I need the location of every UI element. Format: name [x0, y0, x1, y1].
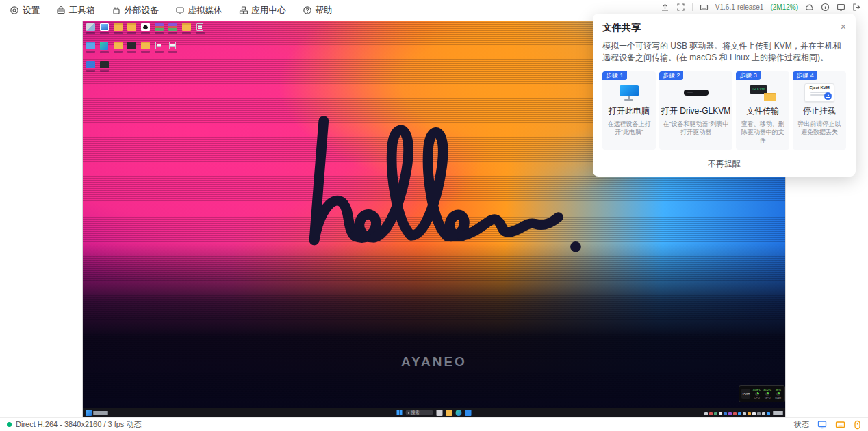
ram-gauge: 36% RAM — [774, 389, 782, 400]
glkvm-drive-label: GLKVM — [750, 85, 767, 94]
taskbar-clock[interactable] — [773, 410, 783, 415]
step-title: 打开此电脑 — [604, 105, 654, 117]
gauge-dial — [755, 392, 759, 396]
exit-icon[interactable] — [852, 3, 861, 12]
noise-level: 35dB — [741, 389, 750, 399]
search-label: 搜索 — [411, 410, 420, 415]
menu-label: 外部设备 — [125, 5, 159, 16]
desktop-icon-qq[interactable] — [139, 23, 151, 34]
desktop-icon-folder[interactable] — [125, 23, 138, 34]
menu-external-devices[interactable]: 外部设备 — [112, 5, 159, 16]
file-explorer-button[interactable] — [446, 410, 452, 416]
desktop-icon-recycle-bin[interactable] — [84, 23, 97, 34]
dialog-title: 文件共享 — [602, 22, 641, 34]
document-icon — [196, 23, 203, 31]
desktop-icon-document[interactable] — [153, 42, 165, 53]
step-badge: 步骤 1 — [602, 71, 627, 80]
desktop-icon-folder[interactable] — [139, 42, 151, 53]
menu-virtual-media[interactable]: 虚拟媒体 — [175, 5, 222, 16]
desktop-icon-archive[interactable] — [153, 23, 165, 34]
file-transfer-icon: GLKVM — [738, 82, 787, 104]
hello-wallpaper-text — [288, 109, 603, 270]
store-taskbar-button[interactable] — [465, 410, 472, 416]
status-label: 状态 — [794, 419, 809, 430]
folder-icon — [764, 93, 776, 101]
this-pc-icon — [604, 82, 654, 104]
desktop-icon-document[interactable] — [166, 42, 179, 53]
step-badge: 步骤 2 — [659, 71, 684, 80]
system-tray[interactable] — [704, 412, 770, 415]
step-desc: 弹出前请停止以避免数据丢失 — [796, 120, 843, 136]
menu-label: 应用中心 — [252, 5, 286, 16]
edge-taskbar-button[interactable] — [456, 410, 462, 416]
taskbar-search[interactable]: 搜索 — [406, 410, 433, 415]
fullscreen-icon[interactable] — [676, 3, 685, 12]
eject-kvm-label: Eject KVM — [805, 86, 834, 90]
desktop-icon-folder[interactable] — [112, 42, 124, 53]
step-card-2: 步骤 2 打开 Drive-GLKVM 在“设备和驱动器”列表中打开驱动器 — [659, 71, 732, 150]
start-button[interactable] — [397, 410, 403, 415]
close-icon[interactable]: × — [841, 22, 846, 31]
info-icon[interactable] — [821, 3, 830, 12]
keyboard-status-icon[interactable] — [835, 420, 845, 429]
desktop-icon-archive[interactable] — [166, 23, 179, 34]
cpu-gauge: 35.8℃ CPU — [752, 389, 761, 400]
gauge-dial — [765, 392, 769, 396]
dialog-description: 模拟一个可读写的 USB 驱动器。将文件上传到 KVM，并在主机和远程设备之间传… — [602, 40, 846, 64]
menu-help[interactable]: 帮助 — [303, 5, 333, 16]
menu-label: 设置 — [23, 5, 40, 16]
task-view-button[interactable] — [437, 410, 443, 416]
remote-taskbar[interactable]: 搜索 — [83, 408, 785, 417]
menu-label: 帮助 — [316, 5, 333, 16]
folder-icon — [141, 42, 150, 49]
desktop-icon-app[interactable] — [125, 42, 138, 53]
step-card-3: 步骤 3 GLKVM 文件传输 查看、移动、删除驱动器中的文件 — [736, 71, 789, 150]
desktop-icon-vm[interactable] — [98, 61, 110, 72]
step-desc: 查看、移动、删除驱动器中的文件 — [739, 120, 786, 144]
menu-app-center[interactable]: 应用中心 — [239, 5, 286, 16]
app-icon — [127, 42, 136, 49]
virtual-media-icon — [175, 5, 185, 15]
external-device-icon — [112, 5, 121, 15]
step-badge: 步骤 3 — [736, 71, 761, 80]
eject-kvm-icon: Eject KVM — [795, 82, 844, 104]
app-icon — [86, 61, 95, 68]
mouse-status-icon[interactable] — [854, 420, 861, 430]
display-icon[interactable] — [837, 3, 845, 12]
menu-settings[interactable]: 设置 — [10, 5, 40, 16]
step-card-1: 步骤 1 打开此电脑 在远程设备上打开“此电脑” — [602, 71, 656, 150]
eject-icon — [824, 92, 832, 100]
desktop-icon-edge[interactable] — [98, 42, 110, 53]
desktop-icon-photos[interactable] — [98, 23, 110, 34]
weather-icon — [86, 410, 92, 416]
keyboard-icon[interactable] — [700, 3, 709, 12]
app-center-icon — [239, 5, 248, 15]
desktop-icon-folder[interactable] — [112, 23, 124, 34]
desktop-icon-folder[interactable] — [180, 23, 192, 34]
connection-status-dot — [7, 422, 12, 427]
upload-icon[interactable] — [661, 3, 669, 12]
menu-label: 虚拟媒体 — [188, 5, 222, 16]
folder-icon — [114, 23, 123, 31]
desktop-icon-document[interactable] — [194, 23, 206, 34]
file-sharing-dialog: 文件共享 × 模拟一个可读写的 USB 驱动器。将文件上传到 KVM，并在主机和… — [593, 14, 856, 177]
desktop-icon-folder-blue[interactable] — [84, 42, 97, 53]
gear-icon — [10, 5, 19, 15]
step-desc: 在“设备和驱动器”列表中打开驱动器 — [663, 120, 729, 136]
stream-stat-text: (2M12%) — [770, 3, 798, 11]
dont-remind-button[interactable]: 不再提醒 — [602, 158, 846, 170]
toolbox-icon — [56, 5, 66, 15]
display-status-icon[interactable] — [817, 420, 827, 429]
vm-app-icon — [100, 61, 109, 68]
desktop-icon-app[interactable] — [84, 61, 97, 72]
gpu-gauge: 35.2℃ GPU — [763, 389, 772, 400]
menu-toolbox[interactable]: 工具箱 — [56, 5, 95, 16]
step-card-4: 步骤 4 Eject KVM 停止挂载 弹出前请停止以避免数据丢失 — [793, 71, 846, 150]
document-icon — [169, 42, 176, 49]
cloud-icon[interactable] — [805, 3, 814, 12]
hardware-monitor-overlay: 35dB 35.8℃ CPU 35.2℃ GPU 36% RAM — [739, 385, 785, 402]
taskbar-widget[interactable] — [86, 410, 108, 416]
version-text: V1.6.1-release1 — [715, 3, 764, 11]
folder-icon — [114, 42, 123, 49]
menu-label: 工具箱 — [69, 5, 95, 16]
